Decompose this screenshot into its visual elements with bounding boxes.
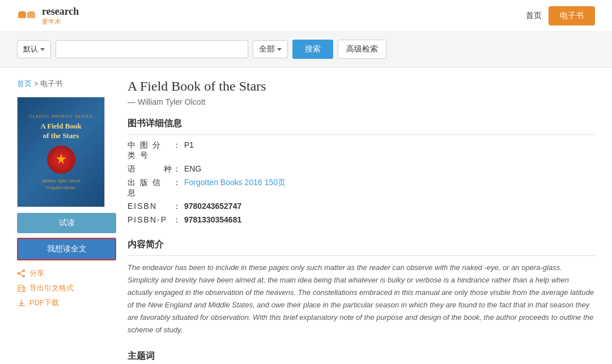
nav-home-link[interactable]: 首页 bbox=[526, 11, 542, 21]
logo-icon bbox=[17, 7, 39, 25]
trial-read-button[interactable]: 试读 bbox=[17, 213, 116, 233]
publisher-label: 出 版 信 息 bbox=[128, 178, 173, 198]
book-info-section-title: 图书详细信息 bbox=[128, 118, 595, 135]
svg-line-9 bbox=[20, 271, 23, 273]
eisbn-label: EISBN bbox=[128, 202, 173, 211]
logo-text: research 爱学术 bbox=[42, 6, 79, 26]
search-input[interactable] bbox=[56, 40, 248, 58]
eisbn-value: 9780243652747 bbox=[184, 202, 241, 211]
svg-rect-2 bbox=[27, 12, 35, 18]
share-icon bbox=[17, 269, 26, 278]
book-cover-decoration bbox=[47, 145, 75, 174]
ebook-button[interactable]: 电子书 bbox=[549, 6, 595, 25]
export-label: 导出引文格式 bbox=[29, 283, 74, 293]
share-label: 分享 bbox=[29, 268, 44, 279]
book-author: — William Tyler Olcott bbox=[128, 97, 595, 106]
classification-label: 中 图 分 类 号 bbox=[128, 140, 173, 161]
book-cover-author: William Tyler Olcott bbox=[29, 178, 92, 183]
book-info-table: 中 图 分 类 号 ： P1 语 种 ： ENG 出 版 信 息 ： Forgo… bbox=[128, 140, 595, 225]
svg-rect-1 bbox=[19, 11, 25, 13]
export-citation-action[interactable]: 导出引文格式 bbox=[17, 283, 116, 293]
svg-rect-3 bbox=[28, 11, 34, 13]
scope-chevron-icon bbox=[277, 48, 282, 51]
advanced-search-button[interactable]: 高级检索 bbox=[338, 40, 386, 59]
info-row-language: 语 种 ： ENG bbox=[128, 164, 595, 174]
info-row-classification: 中 图 分 类 号 ： P1 bbox=[128, 140, 595, 161]
book-cover-publisher: Forgotten Books bbox=[29, 186, 92, 190]
classification-value: P1 bbox=[184, 140, 194, 149]
author-link[interactable]: William Tyler Olcott bbox=[138, 97, 206, 106]
default-chevron-icon bbox=[40, 48, 45, 51]
export-icon bbox=[17, 284, 26, 293]
pisbn-label: PISBN-P bbox=[128, 215, 173, 224]
header-nav: 首页 电子书 bbox=[526, 6, 595, 25]
language-value: ENG bbox=[184, 164, 201, 173]
svg-rect-0 bbox=[18, 12, 26, 18]
abstract-text: The endeavor has been to include in thes… bbox=[128, 262, 595, 337]
keywords-section-title: 主题词 bbox=[128, 350, 595, 364]
info-row-eisbn: EISBN ： 9780243652747 bbox=[128, 202, 595, 212]
read-full-button[interactable]: 我想读全文 bbox=[17, 238, 116, 260]
book-cover-series: CLASSIC REPRINT SERIES bbox=[29, 114, 92, 118]
pdf-label: PDF下载 bbox=[29, 298, 59, 308]
abstract-section-title: 内容简介 bbox=[128, 239, 595, 256]
svg-point-8 bbox=[18, 272, 20, 275]
info-row-pisbn: PISBN-P ： 9781330354681 bbox=[128, 215, 595, 225]
svg-rect-11 bbox=[18, 285, 23, 292]
svg-line-10 bbox=[20, 274, 23, 276]
search-scope-select[interactable]: 全部 bbox=[253, 40, 288, 58]
left-sidebar: 首页 > 电子书 CLASSIC REPRINT SERIES A Field … bbox=[17, 79, 116, 364]
book-cover: CLASSIC REPRINT SERIES A Field Book of t… bbox=[17, 97, 105, 207]
pisbn-value: 9781330354681 bbox=[184, 215, 241, 224]
breadcrumb-home[interactable]: 首页 bbox=[17, 79, 32, 88]
header: research 爱学术 首页 电子书 bbox=[0, 0, 612, 32]
publisher-value[interactable]: Forgotten Books 2016 150页 bbox=[184, 178, 286, 188]
default-select[interactable]: 默认 bbox=[17, 40, 51, 58]
breadcrumb: 首页 > 电子书 bbox=[17, 79, 116, 89]
search-bar: 默认 全部 搜索 高级检索 bbox=[0, 32, 612, 67]
book-title: A Field Book of the Stars bbox=[128, 79, 595, 94]
logo: research 爱学术 bbox=[17, 6, 79, 26]
pdf-download-icon bbox=[17, 298, 26, 307]
svg-point-7 bbox=[23, 275, 25, 277]
search-button[interactable]: 搜索 bbox=[292, 40, 333, 59]
default-label: 默认 bbox=[23, 44, 38, 54]
share-action[interactable]: 分享 bbox=[17, 268, 116, 279]
keywords-section: 主题词 Science bbox=[128, 350, 595, 364]
pdf-download-action[interactable]: PDF下载 bbox=[17, 298, 116, 308]
all-label: 全部 bbox=[259, 44, 275, 54]
language-label: 语 种 bbox=[128, 164, 173, 174]
sidebar-actions: 分享 导出引文格式 bbox=[17, 268, 116, 308]
book-cover-title: A Field Book of the Stars bbox=[29, 122, 92, 141]
info-row-publisher: 出 版 信 息 ： Forgotten Books 2016 150页 bbox=[128, 178, 595, 198]
main-content: 首页 > 电子书 CLASSIC REPRINT SERIES A Field … bbox=[0, 67, 612, 364]
svg-point-6 bbox=[23, 269, 25, 272]
right-content: A Field Book of the Stars — William Tyle… bbox=[128, 79, 595, 364]
breadcrumb-section: 电子书 bbox=[40, 79, 62, 88]
